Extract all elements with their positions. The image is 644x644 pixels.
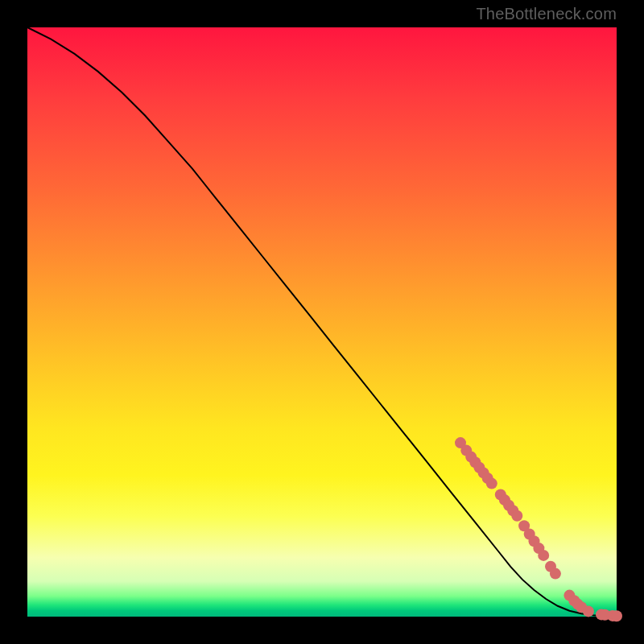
scatter-dot (486, 478, 497, 489)
scatter-dot (538, 550, 549, 561)
chart-frame: TheBottleneck.com (0, 0, 644, 644)
plot-area (27, 27, 617, 617)
scatter-dot (611, 610, 622, 621)
scatter-dot (550, 568, 561, 580)
scatter-dot (583, 605, 594, 617)
scatter-dot (511, 510, 522, 522)
attribution-label: TheBottleneck.com (476, 5, 617, 23)
chart-svg (27, 27, 617, 617)
